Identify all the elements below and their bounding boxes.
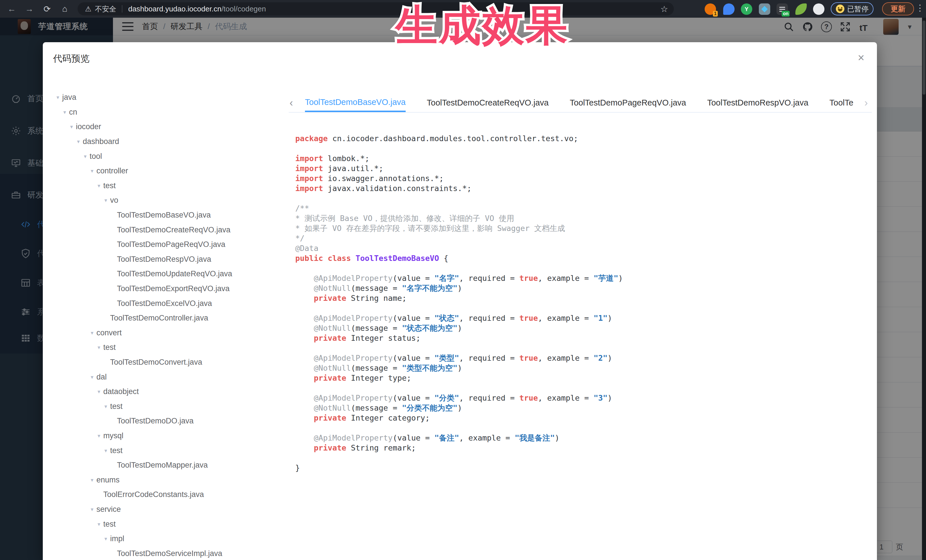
tree-file[interactable]: ToolTestDemoExcelVO.java xyxy=(43,296,288,311)
tree-folder[interactable]: ▾dal xyxy=(43,370,288,384)
tree-folder[interactable]: ▾test xyxy=(43,399,288,414)
bookmark-star-icon[interactable]: ☆ xyxy=(660,4,668,14)
file-tab[interactable]: ToolTe xyxy=(829,94,853,112)
caret-down-icon[interactable]: ▾ xyxy=(104,403,110,410)
browser-menu-button[interactable]: ⋮ xyxy=(915,3,925,13)
caret-down-icon[interactable]: ▾ xyxy=(104,536,110,542)
caret-down-icon[interactable]: ▾ xyxy=(91,330,97,336)
tree-file[interactable]: ToolTestDemoMapper.java xyxy=(43,458,288,473)
tree-item-label: ToolTestDemoMapper.java xyxy=(117,461,208,469)
tree-folder[interactable]: ▾impl xyxy=(43,531,288,546)
tab-list: ToolTestDemoBaseVO.javaToolTestDemoCreat… xyxy=(305,94,859,112)
extension-orange-icon[interactable]: 1 xyxy=(705,3,716,15)
tree-folder[interactable]: ▾java xyxy=(43,90,288,105)
caret-down-icon[interactable]: ▾ xyxy=(91,168,97,174)
tabs-prev-button[interactable]: ‹ xyxy=(289,94,297,112)
security-badge[interactable]: 不安全 xyxy=(95,4,116,14)
caret-down-icon[interactable]: ▾ xyxy=(98,344,103,351)
browser-scrollbar[interactable] xyxy=(922,18,926,560)
code-line: * 测试示例 Base VO，提供给添加、修改、详细的子 VO 使用 xyxy=(295,213,869,223)
code-line xyxy=(295,383,869,393)
extension-green-icon[interactable]: Y xyxy=(741,3,752,15)
warning-icon: ⚠ xyxy=(85,5,91,13)
file-tab[interactable]: ToolTestDemoPageReqVO.java xyxy=(570,94,686,112)
url-bar[interactable]: ⚠ 不安全 dashboard.yudao.iocoder.cn/tool/co… xyxy=(77,2,674,15)
caret-down-icon[interactable]: ▾ xyxy=(91,374,97,380)
caret-down-icon[interactable]: ▾ xyxy=(70,124,76,130)
tree-folder[interactable]: ▾iocoder xyxy=(43,119,288,134)
tree-folder[interactable]: ▾test xyxy=(43,340,288,355)
tree-item-label: controller xyxy=(97,166,128,175)
code-line: private Integer category; xyxy=(295,413,869,423)
update-button[interactable]: 更新 xyxy=(882,2,914,15)
extension-pin-icon[interactable] xyxy=(723,3,735,15)
extension-dark-icon[interactable]: on xyxy=(776,3,788,15)
caret-down-icon[interactable]: ▾ xyxy=(98,433,103,439)
tree-folder[interactable]: ▾service xyxy=(43,502,288,517)
tree-file[interactable]: ToolTestDemoCreateReqVO.java xyxy=(43,222,288,237)
tree-file[interactable]: ToolTestDemoExportReqVO.java xyxy=(43,281,288,296)
tree-file[interactable]: ToolTestDemoUpdateReqVO.java xyxy=(43,267,288,281)
extension-badge: 1 xyxy=(713,11,718,17)
caret-down-icon[interactable]: ▾ xyxy=(91,506,97,513)
file-tab[interactable]: ToolTestDemoCreateReqVO.java xyxy=(427,94,549,112)
caret-down-icon[interactable]: ▾ xyxy=(104,197,110,204)
tree-folder[interactable]: ▾convert xyxy=(43,326,288,340)
tree-file[interactable]: ToolTestDemoRespVO.java xyxy=(43,252,288,267)
browser-forward-button[interactable]: → xyxy=(23,2,36,15)
tree-file[interactable]: ToolTestDemoDO.java xyxy=(43,414,288,429)
code-line xyxy=(295,143,869,153)
tree-folder[interactable]: ▾dashboard xyxy=(43,134,288,149)
scrollbar-thumb[interactable] xyxy=(923,21,925,95)
tree-folder[interactable]: ▾controller xyxy=(43,164,288,178)
tree-folder[interactable]: ▾test xyxy=(43,443,288,458)
tree-file[interactable]: ToolErrorCodeConstants.java xyxy=(43,487,288,502)
caret-down-icon[interactable]: ▾ xyxy=(98,183,103,189)
tree-file[interactable]: ToolTestDemoConvert.java xyxy=(43,355,288,370)
tree-file[interactable]: ToolTestDemoController.java xyxy=(43,311,288,326)
extension-leaf-icon[interactable] xyxy=(795,3,807,15)
caret-down-icon[interactable]: ▾ xyxy=(98,388,103,395)
browser-back-button[interactable]: ← xyxy=(5,2,18,15)
tree-folder[interactable]: ▾enums xyxy=(43,472,288,487)
file-tab[interactable]: ToolTestDemoBaseVO.java xyxy=(305,94,406,112)
code-pane: ‹ ToolTestDemoBaseVO.javaToolTestDemoCre… xyxy=(289,42,877,560)
tree-item-label: enums xyxy=(97,475,120,485)
tree-file[interactable]: ToolTestDemoBaseVO.java xyxy=(43,208,288,223)
file-tab[interactable]: ToolTestDemoRespVO.java xyxy=(707,94,808,112)
caret-down-icon[interactable]: ▾ xyxy=(104,447,110,454)
extension-y-logo: Y xyxy=(744,6,748,12)
caret-down-icon[interactable]: ▾ xyxy=(84,153,89,160)
divider xyxy=(122,5,123,12)
tree-folder[interactable]: ▾vo xyxy=(43,193,288,208)
emoji-face-icon xyxy=(836,5,844,13)
code-preview-dialog: 代码预览 × ▾java▾cn▾iocoder▾dashboard▾tool▾c… xyxy=(43,42,877,560)
tree-folder[interactable]: ▾mysql xyxy=(43,429,288,444)
tabs-next-button[interactable]: › xyxy=(864,94,872,112)
code-line xyxy=(295,343,869,353)
tree-item-label: ToolTestDemoController.java xyxy=(110,314,208,323)
tree-folder[interactable]: ▾test xyxy=(43,517,288,531)
tree-folder[interactable]: ▾test xyxy=(43,178,288,193)
tree-folder[interactable]: ▾dataobject xyxy=(43,384,288,399)
caret-down-icon[interactable]: ▾ xyxy=(64,109,69,115)
browser-home-button[interactable]: ⌂ xyxy=(58,2,71,15)
paused-profile-button[interactable]: 已暂停 xyxy=(831,2,873,15)
extension-puzzle-icon[interactable] xyxy=(813,3,825,15)
tree-item-label: ToolTestDemoExportReqVO.java xyxy=(117,284,230,293)
caret-down-icon[interactable]: ▾ xyxy=(98,521,103,527)
caret-down-icon[interactable]: ▾ xyxy=(91,477,97,483)
file-tree: ▾java▾cn▾iocoder▾dashboard▾tool▾controll… xyxy=(43,90,288,560)
tree-file[interactable]: ToolTestDemoServiceImpl.java xyxy=(43,546,288,560)
tree-folder[interactable]: ▾cn xyxy=(43,105,288,120)
menu-dots-icon: ⋮ xyxy=(916,3,924,12)
tree-item-label: ToolErrorCodeConstants.java xyxy=(103,490,204,499)
tree-file[interactable]: ToolTestDemoPageReqVO.java xyxy=(43,237,288,252)
code-line xyxy=(295,303,869,313)
url-host: dashboard.yudao.iocoder.cn xyxy=(128,5,221,14)
caret-down-icon[interactable]: ▾ xyxy=(56,94,62,101)
tree-folder[interactable]: ▾tool xyxy=(43,149,288,164)
browser-reload-button[interactable]: ⟳ xyxy=(41,2,54,15)
caret-down-icon[interactable]: ▾ xyxy=(77,138,83,145)
extension-grey-icon[interactable] xyxy=(759,3,770,15)
